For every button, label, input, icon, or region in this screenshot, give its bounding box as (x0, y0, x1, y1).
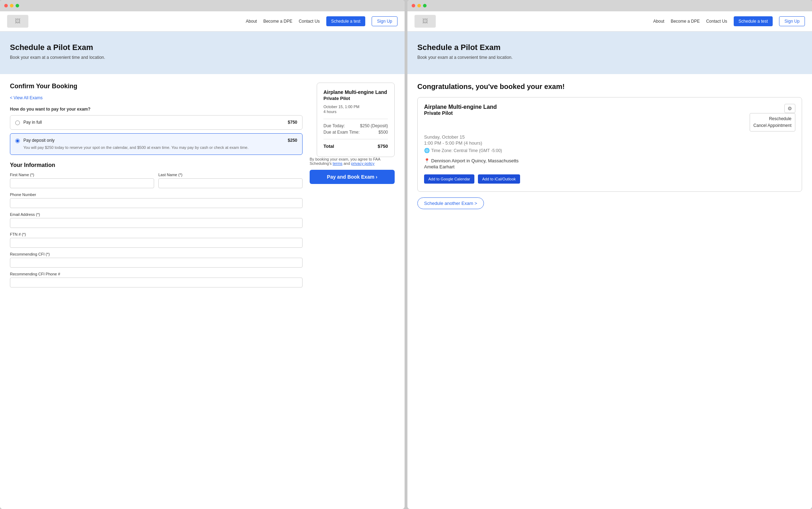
booking-card-header: Airplane Multi-engine Land Private Pilot… (424, 104, 795, 132)
name-row: First Name (*) Last Name (*) (10, 173, 303, 188)
booking-confirmation-card: Airplane Multi-engine Land Private Pilot… (417, 97, 802, 192)
location-text: Dennison Airport in Quincy, Massachusett… (431, 158, 519, 163)
booking-location: 📍 Dennison Airport in Quincy, Massachuse… (424, 158, 795, 163)
maximize-dot[interactable] (16, 4, 19, 7)
booking-exam-info: Airplane Multi-engine Land Private Pilot (424, 104, 497, 117)
booking-instructor: Amelia Earhart (424, 164, 795, 169)
pay-deposit-option[interactable]: Pay deposit only $250 You will pay $250 … (10, 133, 303, 155)
right-schedule-test-button[interactable]: Schedule a test (734, 16, 773, 26)
due-exam-label: Due at Exam Time: (323, 130, 360, 135)
last-name-input[interactable] (158, 178, 303, 188)
left-nav: 🖼 About Become a DPE Contact Us Schedule… (0, 11, 405, 32)
cfi-phone-label: Recommending CFI Phone # (10, 272, 303, 276)
confirm-booking-section: Confirm Your Booking < View All Exams Ho… (10, 83, 395, 292)
booking-time: 1:00 PM - 5:00 PM (4 hours) (424, 140, 795, 146)
due-exam-value: $500 (378, 130, 388, 135)
email-group: Email Address (*) (10, 212, 303, 228)
right-nav-links: About Become a DPE Contact Us Schedule a… (653, 16, 805, 26)
right-signup-button[interactable]: Sign Up (779, 16, 805, 26)
right-browser-chrome (407, 0, 812, 11)
cancel-appointment-action[interactable]: Cancel Appointment (754, 122, 791, 129)
booking-exam-title: Airplane Multi-engine Land (424, 104, 497, 110)
due-today-row: Due Today: $250 (Deposit) (323, 123, 388, 128)
due-today-value: $250 (Deposit) (360, 123, 388, 128)
add-google-calendar-button[interactable]: Add to Google Calendar (424, 174, 474, 184)
due-exam-row: Due at Exam Time: $500 (323, 130, 388, 135)
ftn-label: FTN # (*) (10, 232, 303, 236)
left-browser-chrome (0, 0, 405, 11)
pay-and-book-button[interactable]: Pay and Book Exam › (310, 170, 395, 184)
cfi-phone-input[interactable] (10, 278, 303, 287)
phone-group: Phone Number (10, 192, 303, 208)
booking-exam-subtitle: Private Pilot (424, 110, 497, 116)
last-name-label: Last Name (*) (158, 173, 303, 177)
right-close-dot[interactable] (412, 4, 415, 7)
pay-full-label: Pay in full (23, 120, 42, 125)
phone-label: Phone Number (10, 192, 303, 197)
right-maximize-dot[interactable] (423, 4, 427, 7)
reschedule-action[interactable]: Reschedule (754, 116, 791, 122)
payment-question-label: How do you want to pay for your exam? (10, 107, 303, 112)
left-nav-about[interactable]: About (246, 19, 257, 24)
total-value: $750 (378, 144, 388, 149)
first-name-group: First Name (*) (10, 173, 154, 188)
timezone-text: Time Zone: Central Time (GMT -5:00) (431, 148, 502, 153)
left-nav-dpe[interactable]: Become a DPE (263, 19, 292, 24)
pay-deposit-amount: $250 (288, 138, 297, 143)
pay-deposit-label: Pay deposit only (23, 138, 55, 143)
right-hero-title: Schedule a Pilot Exam (417, 43, 802, 52)
left-hero-title: Schedule a Pilot Exam (10, 43, 395, 52)
pay-deposit-row: Pay deposit only $250 (23, 138, 297, 143)
first-name-label: First Name (*) (10, 173, 154, 177)
pay-deposit-radio[interactable] (15, 139, 20, 143)
right-nav: 🖼 About Become a DPE Contact Us Schedule… (407, 11, 812, 32)
view-all-exams-link[interactable]: < View All Exams (10, 95, 43, 100)
total-row: Total $750 (323, 144, 388, 149)
pay-full-option[interactable]: Pay in full $750 (10, 115, 303, 130)
order-summary-card: Airplane Multi-engine Land Private Pilot… (317, 83, 395, 157)
right-nav-contact[interactable]: Contact Us (706, 19, 727, 24)
email-label: Email Address (*) (10, 212, 303, 217)
left-signup-button[interactable]: Sign Up (372, 16, 397, 26)
right-minimize-dot[interactable] (417, 4, 421, 7)
booking-date: Sunday, October 15 (424, 134, 795, 140)
pay-deposit-desc: You will pay $250 today to reserve your … (23, 145, 249, 150)
right-nav-about[interactable]: About (653, 19, 664, 24)
confirm-booking-title: Confirm Your Booking (10, 83, 303, 90)
order-divider-2 (323, 139, 388, 139)
order-summary-col: Airplane Multi-engine Land Private Pilot… (310, 83, 395, 184)
left-logo: 🖼 (7, 15, 28, 28)
left-hero: Schedule a Pilot Exam Book your exam at … (0, 32, 405, 74)
due-today-label: Due Today: (323, 123, 345, 128)
congrats-title: Congratulations, you've booked your exam… (417, 83, 802, 91)
booking-left-col: Confirm Your Booking < View All Exams Ho… (10, 83, 303, 292)
cfi-phone-group: Recommending CFI Phone # (10, 272, 303, 287)
left-browser-window: 🖼 About Become a DPE Contact Us Schedule… (0, 0, 405, 509)
cfi-input[interactable] (10, 258, 303, 268)
right-nav-dpe[interactable]: Become a DPE (671, 19, 700, 24)
add-ical-outlook-button[interactable]: Add to iCal/Outlook (478, 174, 520, 184)
left-nav-links: About Become a DPE Contact Us Schedule a… (246, 16, 397, 26)
terms-link[interactable]: terms (333, 161, 343, 166)
gear-icon-button[interactable]: ⚙ (784, 104, 795, 113)
minimize-dot[interactable] (10, 4, 13, 7)
last-name-group: Last Name (*) (158, 173, 303, 188)
ftn-input[interactable] (10, 238, 303, 248)
schedule-another-exam-button[interactable]: Schedule another Exam > (417, 197, 484, 209)
first-name-input[interactable] (10, 178, 154, 188)
left-schedule-test-button[interactable]: Schedule a test (326, 16, 366, 26)
your-info-title: Your Information (10, 162, 303, 168)
location-pin-icon: 📍 (424, 158, 430, 163)
order-divider (323, 119, 388, 119)
right-browser-window: 🖼 About Become a DPE Contact Us Schedule… (407, 0, 812, 509)
phone-input[interactable] (10, 198, 303, 208)
left-nav-contact[interactable]: Contact Us (299, 19, 320, 24)
right-hero: Schedule a Pilot Exam Book your exam at … (407, 32, 812, 74)
booking-timezone: 🌐 Time Zone: Central Time (GMT -5:00) (424, 148, 795, 153)
email-input[interactable] (10, 218, 303, 228)
close-dot[interactable] (4, 4, 8, 7)
terms-middle: and (344, 161, 350, 166)
privacy-link[interactable]: privacy policy (351, 161, 374, 166)
pay-full-content: Pay in full $750 (23, 120, 297, 125)
pay-full-radio[interactable] (15, 121, 20, 125)
